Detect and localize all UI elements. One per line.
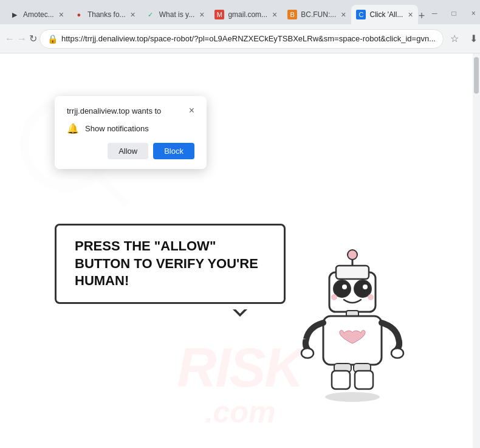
tab-5[interactable]: B BC.FUN:... ×: [283, 5, 351, 24]
browser-window: ▶ Amotec... × ● Thanks fo... × ✓ What is…: [0, 0, 480, 448]
tab-3-label: What is y...: [159, 10, 194, 19]
tab-1-label: Amotec...: [23, 10, 54, 19]
watermark-risk-text: RISK: [177, 337, 303, 399]
close-button[interactable]: ×: [465, 5, 480, 22]
back-button[interactable]: ←: [5, 30, 15, 47]
watermark-com-text: .com: [205, 395, 276, 430]
tab-2-label: Thanks fo...: [87, 10, 126, 19]
svg-rect-17: [332, 371, 350, 389]
svg-point-11: [368, 294, 374, 300]
forward-button[interactable]: →: [17, 30, 27, 47]
svg-point-9: [363, 284, 368, 289]
robot-svg: [286, 239, 419, 409]
svg-point-20: [325, 392, 380, 402]
popup-close-button[interactable]: ×: [189, 106, 194, 115]
tab-3[interactable]: ✓ What is y... ×: [141, 5, 210, 24]
svg-point-7: [354, 280, 371, 297]
toolbar: ← → ↻ 🔒 https://trrjj.denaliview.top/spa…: [0, 24, 480, 53]
popup-title: trrjj.denaliview.top wants to: [67, 106, 161, 115]
svg-rect-19: [355, 371, 373, 389]
svg-point-3: [348, 250, 357, 260]
reload-icon: ↻: [29, 33, 37, 44]
bookmark-button[interactable]: ☆: [446, 30, 463, 47]
address-text: https://trrjj.denaliview.top/space-robot…: [61, 34, 436, 43]
popup-buttons: Allow Block: [67, 143, 194, 159]
svg-point-14: [301, 348, 314, 358]
svg-point-8: [342, 284, 347, 289]
address-bar[interactable]: 🔒 https://trrjj.denaliview.top/space-rob…: [39, 29, 444, 49]
speech-area: PRESS THE "ALLOW" BUTTON TO VERIFY YOU'R…: [55, 224, 286, 304]
notification-bell-icon: 🔔: [67, 123, 79, 134]
maximize-button[interactable]: □: [445, 5, 462, 22]
back-icon: ←: [5, 33, 15, 44]
tab-5-favicon: B: [287, 10, 297, 19]
tab-2-favicon: ●: [74, 10, 84, 19]
download-button[interactable]: ⬇: [465, 30, 480, 47]
tab-1-favicon: ▶: [10, 10, 19, 19]
lock-icon: 🔒: [47, 34, 58, 44]
tab-6-active[interactable]: C Click 'All... ×: [351, 5, 417, 24]
svg-point-15: [391, 348, 403, 358]
block-button[interactable]: Block: [153, 143, 194, 159]
forward-icon: →: [17, 33, 27, 44]
svg-line-1: [100, 178, 125, 202]
scrollbar-thumb[interactable]: [474, 57, 479, 94]
tab-4[interactable]: M gmail.com... ×: [210, 5, 282, 24]
popup-item-text: Show notifications: [85, 124, 149, 133]
tab-2-close[interactable]: ×: [131, 10, 135, 19]
tab-6-label: Click 'All...: [369, 10, 403, 19]
reload-button[interactable]: ↻: [29, 30, 37, 47]
tab-4-favicon: M: [214, 10, 224, 19]
tab-2[interactable]: ● Thanks fo... ×: [69, 5, 140, 24]
tab-6-favicon: C: [356, 10, 366, 19]
svg-point-10: [331, 294, 337, 300]
scrollbar[interactable]: [473, 53, 480, 448]
tab-bar: ▶ Amotec... × ● Thanks fo... × ✓ What is…: [0, 0, 480, 24]
speech-bubble: PRESS THE "ALLOW" BUTTON TO VERIFY YOU'R…: [55, 224, 286, 304]
speech-text: PRESS THE "ALLOW" BUTTON TO VERIFY YOU'R…: [75, 238, 258, 288]
tab-5-close[interactable]: ×: [341, 10, 346, 19]
svg-rect-5: [336, 266, 369, 279]
new-tab-button[interactable]: +: [419, 7, 425, 24]
tab-1[interactable]: ▶ Amotec... ×: [5, 5, 69, 24]
tab-3-favicon: ✓: [146, 10, 156, 19]
allow-button[interactable]: Allow: [108, 143, 148, 159]
popup-notification-item: 🔔 Show notifications: [67, 123, 194, 134]
popup-header: trrjj.denaliview.top wants to ×: [67, 106, 194, 115]
toolbar-right: ☆ ⬇ 👤 ⋮: [446, 30, 480, 47]
tab-3-close[interactable]: ×: [199, 10, 204, 19]
tab-6-close[interactable]: ×: [408, 10, 413, 19]
content-area: RISK .com trrjj.denaliview.top wants to …: [0, 53, 480, 448]
tab-4-close[interactable]: ×: [272, 10, 277, 19]
download-icon: ⬇: [470, 33, 478, 44]
robot-illustration: [286, 239, 419, 412]
minimize-button[interactable]: ─: [426, 5, 443, 22]
bookmark-icon: ☆: [450, 33, 459, 44]
tab-4-label: gmail.com...: [228, 10, 267, 19]
svg-point-6: [334, 280, 351, 297]
tab-1-close[interactable]: ×: [59, 10, 64, 19]
tab-5-label: BC.FUN:...: [301, 10, 336, 19]
notification-popup: trrjj.denaliview.top wants to × 🔔 Show n…: [55, 96, 207, 169]
